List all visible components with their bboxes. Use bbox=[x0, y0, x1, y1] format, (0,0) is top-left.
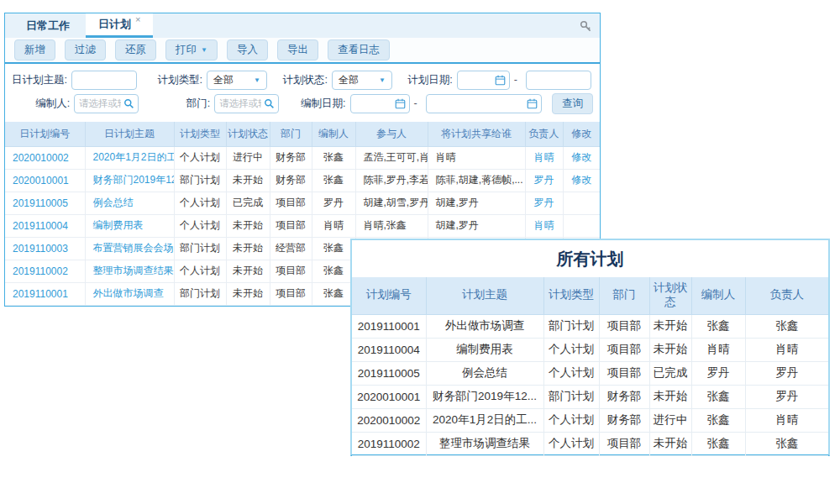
modify-cell bbox=[563, 192, 600, 214]
plan-status-select[interactable]: 全部 ▼ bbox=[332, 71, 392, 90]
dept-cell: 项目部 bbox=[270, 260, 312, 282]
dept-cell: 项目部 bbox=[270, 192, 312, 214]
plan-id-cell: 2019110004 bbox=[352, 338, 426, 361]
col-header-share-with[interactable]: 将计划共享给谁 bbox=[428, 122, 525, 146]
table-row: 2020010001 财务部门2019年12... 部门计划 财务部 未开始 张… bbox=[352, 385, 828, 408]
creator-cell: 罗丹 bbox=[691, 361, 745, 385]
query-button[interactable]: 查询 bbox=[552, 93, 593, 114]
plan-type-cell: 个人计划 bbox=[174, 260, 226, 282]
owner-link[interactable]: 肖晴 bbox=[525, 214, 563, 237]
col-header-type[interactable]: 计划类型 bbox=[174, 122, 226, 146]
creator-cell: 张鑫 bbox=[312, 282, 355, 305]
creator-cell: 肖晴 bbox=[691, 338, 745, 361]
plan-subject-link[interactable]: 布置营销展会会场 bbox=[85, 237, 174, 260]
share-with-cell: 肖晴 bbox=[428, 146, 525, 169]
toolbar: 新增 过滤 还原 打印 ▼ 导入 导出 查看日志 bbox=[5, 38, 600, 64]
filter-button[interactable]: 过滤 bbox=[65, 39, 106, 60]
create-date-to-input[interactable] bbox=[426, 94, 542, 113]
table-row: 2019110001 外出做市场调查 部门计划 项目部 未开始 张鑫 张鑫 bbox=[352, 314, 828, 338]
search-icon[interactable] bbox=[264, 98, 275, 109]
view-log-button[interactable]: 查看日志 bbox=[328, 39, 390, 60]
plan-status-cell: 进行中 bbox=[226, 146, 270, 169]
plan-id-link[interactable]: 2019110004 bbox=[5, 214, 85, 237]
plan-date-to-input[interactable] bbox=[526, 71, 591, 90]
tab-daily-work[interactable]: 日常工作 bbox=[13, 13, 82, 38]
search-icon[interactable] bbox=[123, 98, 134, 109]
plan-subject-link[interactable]: 编制费用表 bbox=[85, 214, 174, 237]
type-cell: 个人计划 bbox=[543, 338, 599, 361]
col-header-participants[interactable]: 参与人 bbox=[355, 122, 428, 146]
plan-id-link[interactable]: 2020010001 bbox=[5, 169, 85, 192]
plan-type-cell: 个人计划 bbox=[174, 214, 226, 237]
plan-id-cell: 2019110001 bbox=[352, 314, 426, 338]
table-row: 2019110005 例会总结 个人计划 已完成 项目部 罗丹 胡建,胡雪,罗丹… bbox=[5, 192, 600, 214]
dept-cell: 项目部 bbox=[599, 314, 649, 338]
chevron-down-icon: ▼ bbox=[254, 76, 260, 84]
type-cell: 部门计划 bbox=[543, 314, 599, 338]
import-button[interactable]: 导入 bbox=[227, 39, 268, 60]
table-row: 2019110004 编制费用表 个人计划 未开始 项目部 肖晴 肖晴,张鑫 胡… bbox=[5, 214, 600, 237]
creator-cell: 张鑫 bbox=[691, 314, 745, 338]
plan-type-cell: 个人计划 bbox=[174, 192, 226, 214]
dept-cell: 财务部 bbox=[270, 169, 312, 192]
range-separator: - bbox=[414, 97, 417, 109]
subject-cell: 编制费用表 bbox=[426, 338, 543, 361]
plan-subject-link[interactable]: 例会总结 bbox=[85, 192, 174, 214]
plan-id-link[interactable]: 2019110005 bbox=[5, 192, 85, 214]
table-row: 2020010002 2020年1月2日的工作日... 个人计划 进行中 财务部… bbox=[5, 146, 600, 169]
tab-daily-plan[interactable]: 日计划 × bbox=[86, 13, 153, 38]
plan-id-link[interactable]: 2019110001 bbox=[5, 282, 85, 305]
chevron-down-icon: ▼ bbox=[201, 46, 207, 54]
col-header-dept[interactable]: 部门 bbox=[270, 122, 312, 146]
plan-subject-link[interactable]: 外出做市场调查 bbox=[85, 282, 174, 305]
subject-cell: 例会总结 bbox=[426, 361, 543, 385]
col-header-owner: 负责人 bbox=[745, 277, 828, 314]
all-plans-table: 计划编号 计划主题 计划类型 部门 计划状态 编制人 负责人 201911000… bbox=[352, 277, 828, 456]
all-plans-window: 所有计划 计划编号 计划主题 计划类型 部门 计划状态 编制人 负责人 2019… bbox=[350, 239, 830, 456]
plan-id-link[interactable]: 2019110003 bbox=[5, 237, 85, 260]
dept-cell: 项目部 bbox=[270, 214, 312, 237]
restore-button[interactable]: 还原 bbox=[115, 39, 156, 60]
owner-link[interactable]: 罗丹 bbox=[525, 169, 563, 192]
col-header-modify[interactable]: 修改 bbox=[563, 122, 600, 146]
plan-id-cell: 2020010002 bbox=[352, 408, 426, 432]
dept-cell: 项目部 bbox=[599, 338, 649, 361]
plan-id-cell: 2019110002 bbox=[352, 432, 426, 455]
plan-subject-link[interactable]: 2020年1月2日的工作日... bbox=[85, 146, 174, 169]
col-header-creator[interactable]: 编制人 bbox=[312, 122, 355, 146]
dept-cell: 财务部 bbox=[599, 385, 649, 408]
plan-id-link[interactable]: 2020010002 bbox=[5, 146, 85, 169]
add-button[interactable]: 新增 bbox=[14, 39, 55, 60]
key-icon[interactable] bbox=[579, 19, 592, 33]
plan-subject-link[interactable]: 财务部门2019年12月的... bbox=[85, 169, 174, 192]
table-row: 2020010001 财务部门2019年12月的... 部门计划 未开始 财务部… bbox=[5, 169, 600, 192]
participants-cell: 肖晴,张鑫 bbox=[355, 214, 428, 237]
col-header-plan-id[interactable]: 日计划编号 bbox=[5, 122, 85, 146]
plan-type-cell: 个人计划 bbox=[174, 146, 226, 169]
table-row: 2019110004 编制费用表 个人计划 项目部 未开始 肖晴 肖晴 bbox=[352, 338, 828, 361]
close-icon[interactable]: × bbox=[135, 14, 140, 24]
owner-link[interactable]: 罗丹 bbox=[525, 192, 563, 214]
creator-cell: 张鑫 bbox=[691, 385, 745, 408]
type-cell: 个人计划 bbox=[543, 408, 599, 432]
plan-type-select[interactable]: 全部 ▼ bbox=[207, 71, 267, 90]
owner-link[interactable]: 肖晴 bbox=[525, 146, 563, 169]
type-cell: 部门计划 bbox=[543, 385, 599, 408]
col-header-status[interactable]: 计划状态 bbox=[226, 122, 270, 146]
print-button[interactable]: 打印 ▼ bbox=[165, 39, 218, 60]
calendar-icon bbox=[495, 75, 506, 86]
col-header-owner[interactable]: 负责人 bbox=[525, 122, 563, 146]
export-button[interactable]: 导出 bbox=[277, 39, 318, 60]
type-cell: 个人计划 bbox=[543, 432, 599, 455]
subject-cell: 外出做市场调查 bbox=[426, 314, 543, 338]
modify-link[interactable]: 修改 bbox=[563, 146, 600, 169]
plan-type-cell: 部门计划 bbox=[174, 169, 226, 192]
col-header-subject[interactable]: 日计划主题 bbox=[85, 122, 174, 146]
subject-cell: 整理市场调查结果 bbox=[426, 432, 543, 455]
col-header-dept: 部门 bbox=[599, 277, 649, 314]
plan-status-cell: 未开始 bbox=[226, 237, 270, 260]
plan-subject-link[interactable]: 整理市场调查结果 bbox=[85, 260, 174, 282]
subject-input[interactable] bbox=[71, 71, 137, 90]
plan-id-link[interactable]: 2019110002 bbox=[5, 260, 85, 282]
modify-link[interactable]: 修改 bbox=[563, 169, 600, 192]
